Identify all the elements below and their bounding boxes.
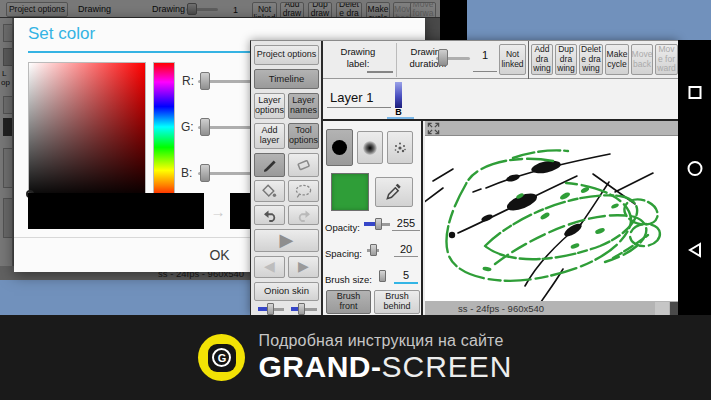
drawing-label-caption: Drawing label: [329, 46, 387, 70]
drawing-label-input[interactable] [367, 71, 393, 73]
brush-tip-soft-button[interactable] [357, 131, 383, 164]
undo-button[interactable] [254, 205, 285, 225]
promo-image: Project options Drawing Drawing 1 Not li… [0, 0, 711, 400]
move-forward-button[interactable]: Move forward [655, 44, 678, 75]
blue-slider-label: B: [181, 166, 192, 180]
soft-dot-icon [363, 141, 377, 155]
brush-size-value[interactable]: 5 [394, 269, 418, 284]
step-back-button[interactable]: ◀ [254, 256, 285, 278]
onion-after-slider[interactable] [291, 303, 317, 315]
home-button[interactable] [687, 161, 702, 176]
add-drawing-button[interactable]: Add drawing [531, 44, 553, 75]
brush-size-slider[interactable] [376, 270, 390, 282]
brush-tip-spray-button[interactable] [387, 131, 413, 164]
spacing-label: Spacing: [325, 248, 362, 259]
green-slider-label: G: [181, 120, 194, 134]
redo-icon [295, 208, 313, 222]
back-button[interactable] [688, 242, 702, 258]
logo-ring: G [212, 348, 231, 367]
green-slider-thumb[interactable] [200, 118, 210, 136]
opacity-label: Opacity: [325, 222, 360, 233]
brush-size-label: Brush size: [325, 274, 372, 285]
brand-bold: GRAND- [258, 350, 381, 383]
opacity-value[interactable]: 255 [392, 217, 420, 231]
duration-value: 1 [474, 49, 496, 61]
eyedropper-icon [384, 182, 404, 202]
current-color-swatch[interactable] [331, 173, 369, 211]
android-navbar [678, 40, 711, 315]
sidebar-project-options-button[interactable]: Project options [254, 45, 319, 65]
timeline-frame-label: B [393, 107, 404, 117]
onion-before-slider[interactable] [258, 303, 284, 315]
brush-tip-solid-button[interactable] [326, 129, 353, 166]
sidebar-tool-options-button[interactable]: Tool options [288, 123, 319, 149]
duration-slider-thumb[interactable] [438, 49, 448, 66]
recents-button[interactable] [688, 86, 701, 99]
app-screenshot: Project options Timeline Layer options L… [250, 40, 678, 315]
eraser-tool-button[interactable] [288, 153, 319, 177]
grand-screen-logo: G [198, 334, 245, 381]
brush-tool-button[interactable] [254, 153, 285, 177]
app-statusbar: ss - 24fps - 960x540 [425, 301, 679, 316]
lasso-icon [294, 183, 313, 199]
duration-value-underline [473, 71, 497, 72]
brush-icon [261, 156, 279, 174]
move-back-button[interactable]: Move back [631, 44, 653, 75]
eraser-icon [295, 157, 313, 173]
banner-tagline: Подробная инструкция на сайте [258, 332, 512, 350]
app-topbar: Drawing label: Drawing duration: 1 Not l… [323, 41, 679, 79]
brush-front-button[interactable]: Brush front [326, 290, 371, 314]
color-arrow: → [207, 193, 229, 229]
logo-badge: G [208, 344, 236, 372]
hue-strip[interactable] [153, 62, 175, 200]
app-sidebar: Project options Timeline Layer options L… [251, 41, 323, 316]
sidebar-timeline-button[interactable]: Timeline [254, 69, 319, 89]
canvas-area: ss - 24fps - 960x540 [425, 121, 679, 316]
tool-options-panel: Opacity: 255 Spacing: 20 Brush size: 5 B… [323, 121, 423, 316]
timeline-scroll-indicator [387, 117, 414, 119]
sidebar-layer-names-button[interactable]: Layer names [288, 93, 319, 119]
layer-name: Layer 1 [330, 90, 373, 105]
sidebar-add-layer-button[interactable]: Add layer [254, 123, 285, 149]
not-linked-button[interactable]: Not linked [499, 44, 526, 75]
fullscreen-icon[interactable] [427, 122, 440, 135]
statusbar-light-segment [655, 302, 669, 315]
dialog-title: Set color [28, 24, 95, 44]
spacing-value[interactable]: 20 [394, 243, 418, 257]
banner-text: Подробная инструкция на сайте GRAND-SCRE… [258, 332, 512, 383]
brand-light: SCREEN [381, 350, 512, 383]
spacing-slider[interactable] [367, 244, 387, 256]
status-text: ss - 24fps - 960x540 [458, 303, 544, 314]
color-preview-old [28, 193, 204, 229]
canvas-toolbar-strip [425, 121, 679, 136]
logo-letter: G [218, 352, 227, 364]
dup-drawing-button[interactable]: Dup drawing [555, 44, 577, 75]
play-button[interactable]: ▶ [254, 229, 319, 252]
paint-bucket-icon [261, 183, 278, 199]
canvas-artwork [425, 136, 679, 301]
spray-dot-icon [393, 141, 407, 155]
layer-name-input[interactable] [327, 107, 391, 108]
delete-drawing-button[interactable]: Delete drawing [579, 44, 603, 75]
brush-behind-button[interactable]: Brush behind [374, 290, 420, 314]
drawing-canvas[interactable] [425, 136, 679, 301]
timeline-row: Layer 1 B [323, 79, 679, 121]
banner-brand[interactable]: GRAND-SCREEN [258, 350, 512, 383]
blue-slider-thumb[interactable] [200, 164, 210, 182]
step-forward-button[interactable]: ▶ [288, 256, 319, 278]
onion-skin-button[interactable]: Onion skin [254, 282, 319, 301]
redo-button[interactable] [288, 205, 319, 225]
red-slider-thumb[interactable] [200, 72, 210, 90]
eyedropper-button[interactable] [375, 177, 413, 207]
sidebar-layer-options-button[interactable]: Layer options [254, 93, 285, 119]
solid-dot-icon [332, 140, 347, 155]
undo-icon [261, 208, 279, 222]
timeline-frame-bar[interactable] [395, 82, 402, 108]
opacity-slider[interactable] [364, 218, 390, 230]
lasso-tool-button[interactable] [288, 180, 319, 202]
fill-tool-button[interactable] [254, 180, 285, 202]
color-sv-square[interactable] [28, 62, 146, 200]
red-slider-label: R: [182, 74, 194, 88]
make-cycle-button[interactable]: Make cycle [605, 44, 629, 75]
promo-banner: G Подробная инструкция на сайте GRAND-SC… [0, 315, 711, 400]
